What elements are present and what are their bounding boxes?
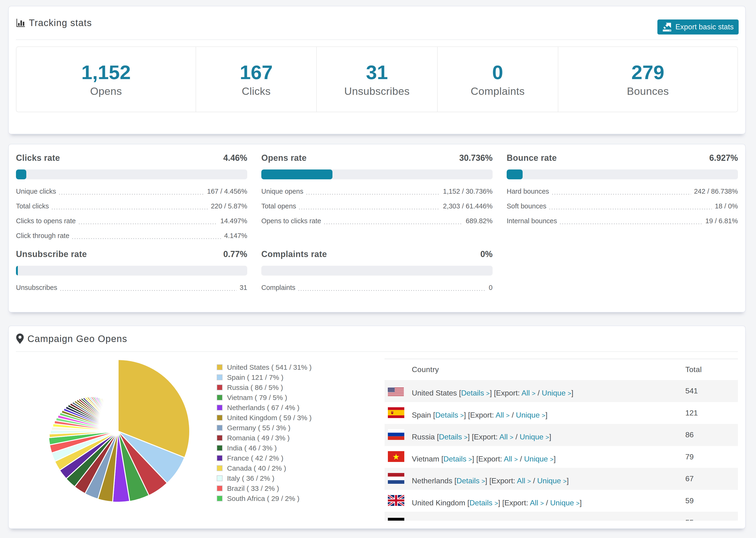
details-link[interactable]: Details > xyxy=(469,499,498,507)
stat-value: 0 xyxy=(492,62,503,82)
export-all-link[interactable]: All > xyxy=(504,455,518,463)
stat-label: Unsubscribes xyxy=(344,86,410,96)
tracking-stats-title: Tracking stats xyxy=(29,18,92,28)
export-all-link[interactable]: All > xyxy=(530,499,544,507)
rate-row-label: Internal bounces xyxy=(507,214,557,228)
details-link[interactable]: Details > xyxy=(447,520,475,521)
legend-swatch xyxy=(217,435,223,441)
stat-value: 31 xyxy=(366,62,388,82)
legend-item[interactable]: Italy ( 36 / 2% ) xyxy=(217,473,311,483)
export-all-link[interactable]: All > xyxy=(521,389,536,397)
rate-row: Soft bounces18 / 0% xyxy=(507,199,738,214)
table-row-nl: Netherlands [Details >] [Export: All > /… xyxy=(385,468,738,490)
legend-item[interactable]: United States ( 541 / 31% ) xyxy=(217,362,311,372)
legend-item[interactable]: Netherlands ( 67 / 4% ) xyxy=(217,403,311,413)
rate-progress-bar xyxy=(507,170,738,179)
dotted-leader xyxy=(59,194,204,194)
rate-row-label: Soft bounces xyxy=(507,199,546,213)
rate-row-value: 689.82% xyxy=(466,214,493,228)
rate-value: 0.77% xyxy=(223,249,247,259)
country-label: Germany [Details >] [Export: All > / Uni… xyxy=(412,520,559,521)
country-table-header-row: Country Total xyxy=(385,359,738,380)
rate-row-value: 1,152 / 30.736% xyxy=(443,184,493,198)
export-unique-link[interactable]: Unique > xyxy=(516,411,545,419)
export-all-link[interactable]: All > xyxy=(499,433,513,441)
details-link[interactable]: Details > xyxy=(457,476,485,485)
rate-row-label: Unique clicks xyxy=(16,184,56,198)
export-unique-link[interactable]: Unique > xyxy=(550,499,580,507)
geo-pie-chart xyxy=(45,358,191,521)
country-cell: Spain [Details >] [Export: All > / Uniqu… xyxy=(385,402,685,424)
legend-label: Germany ( 55 / 3% ) xyxy=(227,424,291,432)
rate-row: Internal bounces19 / 6.81% xyxy=(507,214,738,229)
rate-row-label: Hard bounces xyxy=(507,184,549,198)
legend-item[interactable]: Vietnam ( 79 / 5% ) xyxy=(217,393,311,403)
country-cell: Germany [Details >] [Export: All > / Uni… xyxy=(385,512,685,521)
rate-title: Clicks rate xyxy=(16,153,60,163)
country-name: Netherlands xyxy=(412,476,453,485)
legend-swatch xyxy=(217,415,223,421)
legend-item[interactable]: Russia ( 86 / 5% ) xyxy=(217,382,311,393)
details-link[interactable]: Details > xyxy=(439,433,468,441)
details-link[interactable]: Details > xyxy=(461,389,490,397)
table-row-vn: Vietnam [Details >] [Export: All > / Uni… xyxy=(385,446,738,468)
details-link[interactable]: Details > xyxy=(435,411,464,419)
rate-row-value: 4.147% xyxy=(224,229,247,243)
geo-content: United States ( 541 / 31% )Spain ( 121 /… xyxy=(9,352,745,528)
rate-title: Bounce rate xyxy=(507,153,557,163)
country-cell: Russia [Details >] [Export: All > / Uniq… xyxy=(385,424,685,446)
details-link[interactable]: Details > xyxy=(444,455,472,463)
export-basic-stats-button[interactable]: Export basic stats xyxy=(657,20,739,34)
export-all-link[interactable]: All > xyxy=(507,520,521,521)
rate-row-value: 2,303 / 61.446% xyxy=(443,199,493,213)
rate-row-value: 31 xyxy=(240,281,247,295)
rate-row-label: Clicks to opens rate xyxy=(16,214,76,228)
export-unique-link[interactable]: Unique > xyxy=(519,433,549,441)
dotted-leader xyxy=(79,224,217,224)
total-column-header: Total xyxy=(685,359,738,380)
rate-row: Clicks to opens rate14.497% xyxy=(16,214,247,229)
rate-block-unsubscribe-rate: Unsubscribe rate0.77%Unsubscribes31 xyxy=(16,249,247,295)
rate-row: Hard bounces242 / 86.738% xyxy=(507,184,738,199)
country-cell: Netherlands [Details >] [Export: All > /… xyxy=(385,468,685,490)
legend-swatch xyxy=(217,485,223,491)
legend-item[interactable]: India ( 46 / 3% ) xyxy=(217,443,311,453)
legend-item[interactable]: United Kingdom ( 59 / 3% ) xyxy=(217,413,311,423)
rate-block-clicks-rate: Clicks rate4.46%Unique clicks167 / 4.456… xyxy=(16,153,247,243)
legend-label: Vietnam ( 79 / 5% ) xyxy=(227,394,287,402)
legend-label: Canada ( 40 / 2% ) xyxy=(227,464,286,472)
table-row-es: Spain [Details >] [Export: All > / Uniqu… xyxy=(385,402,738,424)
dotted-leader xyxy=(560,224,702,224)
legend-item[interactable]: France ( 42 / 2% ) xyxy=(217,453,311,463)
legend-item[interactable]: Germany ( 55 / 3% ) xyxy=(217,423,311,433)
export-unique-link[interactable]: Unique > xyxy=(542,389,571,397)
rate-row-value: 242 / 86.738% xyxy=(694,184,738,198)
legend-label: United Kingdom ( 59 / 3% ) xyxy=(227,414,311,422)
legend-label: United States ( 541 / 31% ) xyxy=(227,363,311,371)
legend-label: France ( 42 / 2% ) xyxy=(227,454,283,462)
export-unique-link[interactable]: Unique > xyxy=(524,455,554,463)
export-unique-link[interactable]: Unique > xyxy=(537,476,567,485)
legend-item[interactable]: Brazil ( 33 / 2% ) xyxy=(217,483,311,493)
rate-row: Unique opens1,152 / 30.736% xyxy=(261,184,493,199)
export-button-label: Export basic stats xyxy=(675,23,734,31)
country-label: United States [Details >] [Export: All >… xyxy=(412,389,573,398)
stats-summary: 1,152Opens167Clicks31Unsubscribes0Compla… xyxy=(16,46,738,112)
stat-value: 167 xyxy=(240,62,273,82)
stat-value: 279 xyxy=(631,62,664,82)
legend-item[interactable]: Canada ( 40 / 2% ) xyxy=(217,463,311,473)
export-unique-link[interactable]: Unique > xyxy=(527,520,557,521)
rate-row-value: 167 / 4.456% xyxy=(207,184,247,198)
stat-clicks: 167Clicks xyxy=(195,47,316,112)
legend-item[interactable]: South Africa ( 29 / 2% ) xyxy=(217,493,311,504)
rate-row: Total clicks220 / 5.87% xyxy=(16,199,247,214)
export-all-link[interactable]: All > xyxy=(517,476,531,485)
legend-item[interactable]: Spain ( 121 / 7% ) xyxy=(217,372,311,382)
legend-label: Italy ( 36 / 2% ) xyxy=(227,474,274,482)
legend-item[interactable]: Romania ( 49 / 3% ) xyxy=(217,433,311,443)
export-all-link[interactable]: All > xyxy=(496,411,510,419)
bar-chart-icon xyxy=(16,18,26,28)
legend-label: Spain ( 121 / 7% ) xyxy=(227,373,283,381)
legend-swatch xyxy=(217,475,223,481)
rate-row-value: 18 / 0% xyxy=(715,199,738,213)
